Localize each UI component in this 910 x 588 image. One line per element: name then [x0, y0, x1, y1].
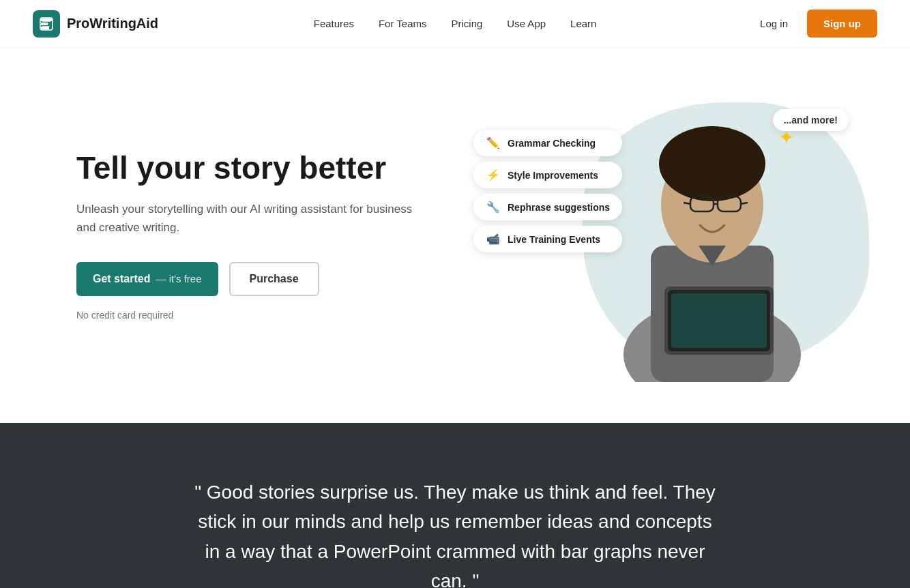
no-credit-text: No credit card required	[76, 310, 431, 321]
grammar-icon: ✏️	[486, 136, 501, 149]
get-started-button[interactable]: Get started — it's free	[76, 262, 218, 296]
chip-training-label: Live Training Events	[508, 234, 600, 245]
nav-item-for-teams[interactable]: For Teams	[379, 18, 427, 30]
hero-content: Tell your story better Unleash your stor…	[76, 150, 431, 320]
hero-visual: ...and more! ✦	[473, 89, 855, 382]
chip-training: 📹 Live Training Events	[473, 226, 622, 252]
hero-subtitle: Unleash your storytelling with our AI wr…	[76, 200, 431, 237]
logo[interactable]: ProWritingAid	[33, 10, 158, 38]
signup-button[interactable]: Sign up	[807, 10, 877, 38]
sparkle-icon: ✦	[778, 126, 794, 149]
nav-actions: Log in Sign up	[752, 10, 877, 38]
chip-rephrase: 🔧 Rephrase suggestions	[473, 194, 622, 220]
login-button[interactable]: Log in	[752, 12, 796, 35]
navbar: ProWritingAid Features For Teams Pricing…	[0, 0, 910, 48]
nav-item-pricing[interactable]: Pricing	[452, 18, 483, 30]
chip-style-label: Style Improvements	[508, 170, 598, 181]
purchase-button[interactable]: Purchase	[229, 262, 319, 296]
hero-section: Tell your story better Unleash your stor…	[0, 48, 910, 423]
svg-point-4	[659, 126, 765, 201]
nav-links: Features For Teams Pricing Use App Learn	[314, 18, 597, 30]
chip-grammar-label: Grammar Checking	[508, 138, 596, 149]
quote-text: " Good stories surprise us. They make us…	[189, 477, 721, 588]
free-label: — it's free	[156, 273, 201, 284]
chip-grammar: ✏️ Grammar Checking	[473, 130, 622, 156]
nav-item-learn[interactable]: Learn	[570, 18, 596, 30]
style-icon: ⚡	[486, 168, 501, 181]
quote-section: " Good stories surprise us. They make us…	[0, 423, 910, 588]
brand-name: ProWritingAid	[67, 16, 158, 31]
hero-title: Tell your story better	[76, 150, 431, 186]
feature-chips: ✏️ Grammar Checking ⚡ Style Improvements…	[473, 130, 622, 252]
get-started-label: Get started	[93, 273, 150, 285]
chip-style: ⚡ Style Improvements	[473, 162, 622, 188]
nav-item-features[interactable]: Features	[314, 18, 354, 30]
logo-icon	[33, 10, 60, 38]
svg-rect-12	[671, 293, 767, 348]
nav-item-use-app[interactable]: Use App	[507, 18, 546, 30]
chip-rephrase-label: Rephrase suggestions	[508, 202, 610, 213]
rephrase-icon: 🔧	[486, 201, 501, 214]
hero-buttons: Get started — it's free Purchase	[76, 262, 431, 296]
training-icon: 📹	[486, 233, 501, 246]
